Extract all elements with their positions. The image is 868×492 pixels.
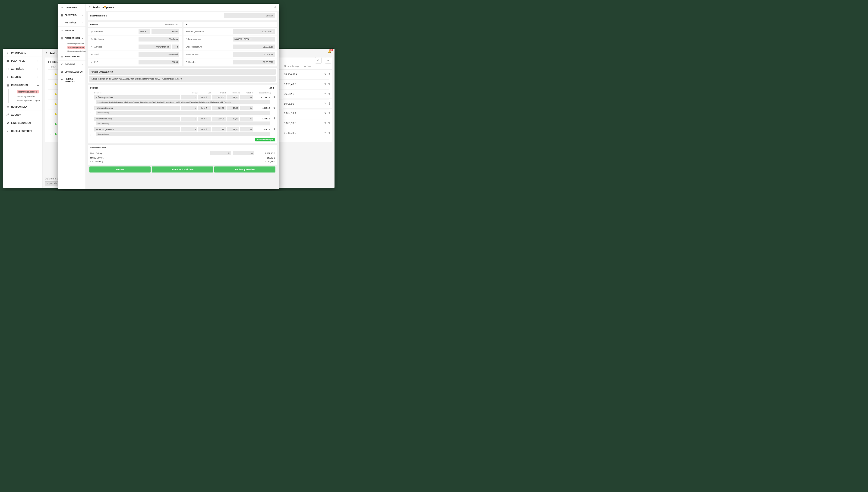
description-input[interactable]: Beschreibung — [96, 132, 270, 136]
description-input[interactable]: Inklusive der Bereitstellung von 1 Fahrz… — [96, 100, 270, 104]
menge-input[interactable]: 1 — [181, 95, 197, 99]
fnav-ressourcen[interactable]: ▭RESSOURCEN› — [58, 53, 85, 60]
menge-input[interactable]: 1 — [181, 117, 197, 121]
fnav-auftraege[interactable]: ▢AUFTRÄGE› — [58, 19, 85, 27]
preis-input[interactable]: 129,00 — [212, 117, 226, 121]
edit-icon[interactable]: ✎ — [324, 131, 326, 134]
delete-icon[interactable]: 🗑 — [328, 131, 331, 134]
mwst-input[interactable]: 19,00 — [227, 95, 239, 99]
erstell-input[interactable]: 01.08.2018 — [233, 45, 275, 49]
delete-row-icon[interactable]: 🗑 — [273, 128, 276, 130]
fsub-einstellungen[interactable]: Rechnungseinstellungen — [68, 49, 85, 53]
delete-row-icon[interactable]: 🗑 — [273, 106, 276, 109]
notification-bell[interactable]: 🔔20 — [328, 50, 331, 53]
fnav-hilfe[interactable]: ?HILFE & SUPPORT — [58, 76, 85, 85]
hamburger-icon[interactable]: ≡ — [45, 51, 48, 55]
preview-button[interactable]: Preview — [89, 167, 151, 172]
plz-input[interactable]: 09366 — [138, 60, 179, 65]
zahlbar-input[interactable]: 01.08.2018 — [233, 60, 275, 65]
unit-select[interactable]: Item ⇅ — [198, 117, 211, 121]
unit-select[interactable]: Item ⇅ — [198, 106, 211, 110]
nav-dashboard[interactable]: ⌂DASHBOARD — [3, 49, 43, 57]
edit-icon[interactable]: ✎ — [324, 73, 326, 76]
versand-input[interactable]: 01.08.2018 — [233, 52, 275, 57]
drag-handle-icon[interactable]: ⋮⋮ — [90, 112, 94, 115]
fnav-plantafel[interactable]: ▦PLANTAFEL› — [58, 11, 85, 19]
description-input[interactable]: Beschreibung — [96, 111, 270, 115]
nachname-input[interactable]: Thielman — [138, 37, 179, 42]
rabatt-input[interactable]: % — [240, 106, 253, 110]
unit-select[interactable]: Item ⇅ — [198, 127, 211, 131]
nav-auftraege[interactable]: ▢AUFTRÄGE› — [3, 65, 43, 73]
chevron-right-icon: › — [49, 83, 52, 86]
delete-icon[interactable]: 🗑 — [328, 102, 331, 105]
nav-kunden[interactable]: ☺KUNDEN› — [3, 73, 43, 81]
nav-ressourcen[interactable]: ▭RESSOURCEN› — [3, 103, 43, 111]
add-button[interactable]: ＋ — [325, 57, 331, 64]
menge-input[interactable]: 1 — [181, 106, 197, 110]
edit-icon[interactable]: ✎ — [324, 102, 326, 105]
fsub-erstellen[interactable]: Rechnung erstellen — [68, 46, 85, 49]
delete-icon[interactable]: 🗑 — [328, 73, 331, 76]
subnav-einstellungen[interactable]: Rechnungseinstellungen — [17, 99, 43, 103]
rechnr-input[interactable]: 1020180801 — [233, 29, 275, 34]
fnav-rechnungen[interactable]: ▤RECHNUNGEN⌄ — [58, 34, 85, 42]
service-input[interactable]: Halteverbot Einzug — [94, 117, 180, 121]
nav-hilfe[interactable]: ?HILFE & SUPPORT — [3, 127, 43, 135]
sort-icon[interactable]: ⇅ — [273, 87, 275, 89]
netto-pct2[interactable]: % — [233, 151, 254, 155]
nav-einstellungen[interactable]: ⚙EINSTELLUNGEN — [3, 119, 43, 127]
preis-input[interactable]: 7,99 — [212, 127, 226, 131]
auftrag-select[interactable]: MO1395179360 — [233, 37, 275, 42]
preis-input[interactable]: 1.453,45 — [212, 95, 226, 99]
save-draft-button[interactable]: Als Entwurf speichern — [152, 167, 213, 172]
menge-input[interactable]: 15 — [181, 127, 197, 131]
vorname-input[interactable]: Lucas — [152, 29, 179, 34]
mwst-input[interactable]: 19,00 — [227, 106, 239, 110]
refresh-button[interactable]: ⟳ — [315, 57, 321, 64]
mwst-input[interactable]: 19,00 — [227, 127, 239, 131]
description-input[interactable]: Beschreibung — [96, 122, 270, 125]
subnav-uebersicht[interactable]: Rechnungsübersicht — [17, 90, 39, 94]
stadt-input[interactable]: Niederdorf — [138, 52, 179, 57]
adresse-input[interactable]: Am Grünen Tal — [138, 45, 171, 49]
delete-icon[interactable]: 🗑 — [328, 112, 331, 115]
delete-row-icon[interactable]: 🗑 — [273, 117, 276, 120]
delete-icon[interactable]: 🗑 — [328, 92, 331, 95]
nav-account[interactable]: ☄ACCOUNT — [3, 111, 43, 119]
drag-handle-icon[interactable]: ⋮⋮ — [90, 123, 94, 125]
service-input[interactable]: Aufwandspauschale — [94, 95, 180, 99]
edit-icon[interactable]: ✎ — [324, 82, 326, 85]
adresse-nr-input[interactable]: 3 — [172, 45, 179, 49]
rabatt-input[interactable]: % — [240, 95, 253, 99]
delete-icon[interactable]: 🗑 — [328, 122, 331, 124]
rabatt-input[interactable]: % — [240, 117, 253, 121]
subnav-erstellen[interactable]: Rechnung erstellen — [17, 94, 43, 99]
netto-pct1[interactable]: % — [210, 151, 231, 155]
rabatt-input[interactable]: % — [240, 127, 253, 131]
nav-rechnungen[interactable]: ▤RECHNUNGEN⌄ — [3, 81, 43, 89]
fnav-kunden[interactable]: ☺KUNDEN› — [58, 27, 85, 34]
service-input[interactable]: Verpackungsmaterial — [94, 127, 180, 131]
add-position-button[interactable]: Position hinzufügen — [255, 138, 275, 142]
service-input[interactable]: Halteverbot Auszug — [94, 106, 180, 110]
unit-select[interactable]: Item ⇅ — [198, 95, 211, 99]
edit-icon[interactable]: ✎ — [324, 92, 326, 95]
fnav-einstellungen[interactable]: ⚙EINSTELLUNGEN› — [58, 68, 85, 76]
hamburger-icon[interactable]: ≡ — [88, 5, 91, 9]
delete-icon[interactable]: 🗑 — [328, 82, 331, 85]
search-input[interactable]: Suchen — [224, 13, 275, 18]
drag-handle-icon[interactable]: ⋮⋮ — [90, 133, 94, 136]
mwst-input[interactable]: 19,00 — [227, 117, 239, 121]
delete-row-icon[interactable]: 🗑 — [273, 96, 276, 98]
nav-plantafel[interactable]: ▦PLANTAFEL› — [3, 57, 43, 65]
preis-input[interactable]: 129,00 — [212, 106, 226, 110]
edit-icon[interactable]: ✎ — [324, 122, 326, 124]
fnav-account[interactable]: ☄ACCOUNT› — [58, 60, 85, 68]
bell-icon[interactable]: ♤ — [273, 5, 277, 9]
salutation-select[interactable]: Herr — [138, 29, 150, 34]
fnav-dashboard[interactable]: ⌂DASHBOARD — [58, 4, 85, 11]
fsub-uebersicht[interactable]: Rechnungsübersicht — [68, 42, 85, 45]
create-invoice-button[interactable]: Rechnung erstellen — [214, 167, 275, 172]
edit-icon[interactable]: ✎ — [324, 112, 326, 115]
